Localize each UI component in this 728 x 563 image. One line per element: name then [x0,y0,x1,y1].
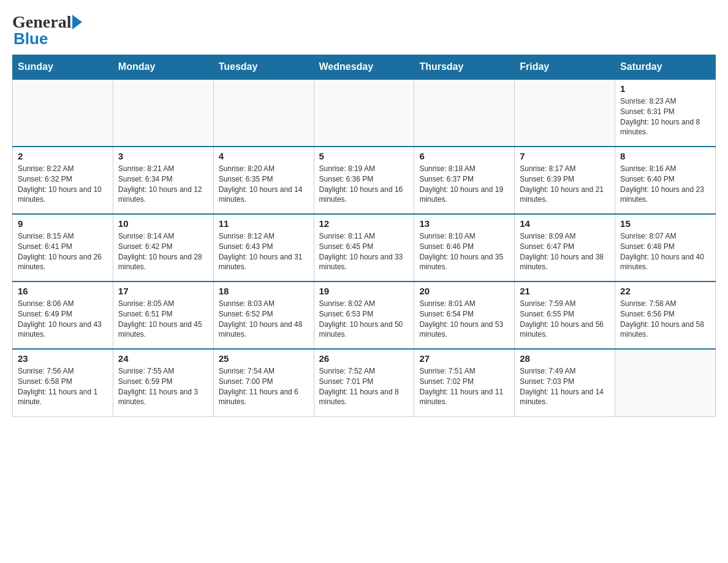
calendar-table: SundayMondayTuesdayWednesdayThursdayFrid… [12,55,716,417]
calendar-cell: 13Sunrise: 8:10 AM Sunset: 6:46 PM Dayli… [414,214,515,282]
day-header-tuesday: Tuesday [213,55,314,80]
day-number: 10 [118,218,208,229]
day-number: 14 [520,218,610,229]
day-header-wednesday: Wednesday [314,55,414,80]
day-info: Sunrise: 7:59 AM Sunset: 6:55 PM Dayligh… [520,299,610,340]
day-number: 26 [319,353,409,364]
logo: General Blue [12,12,83,48]
day-number: 13 [419,218,509,229]
calendar-cell: 8Sunrise: 8:16 AM Sunset: 6:40 PM Daylig… [615,147,716,214]
calendar-cell: 17Sunrise: 8:05 AM Sunset: 6:51 PM Dayli… [113,282,213,349]
day-number: 17 [118,286,208,296]
day-number: 9 [18,218,108,229]
calendar-cell: 7Sunrise: 8:17 AM Sunset: 6:39 PM Daylig… [515,147,615,214]
day-info: Sunrise: 8:06 AM Sunset: 6:49 PM Dayligh… [18,299,108,340]
day-number: 19 [319,286,409,296]
calendar-cell: 6Sunrise: 8:18 AM Sunset: 6:37 PM Daylig… [414,147,515,214]
calendar-cell: 27Sunrise: 7:51 AM Sunset: 7:02 PM Dayli… [414,349,515,416]
day-info: Sunrise: 8:14 AM Sunset: 6:42 PM Dayligh… [118,231,208,272]
day-number: 20 [419,286,509,296]
calendar-cell: 25Sunrise: 7:54 AM Sunset: 7:00 PM Dayli… [213,349,314,416]
day-number: 24 [118,353,208,364]
day-info: Sunrise: 7:55 AM Sunset: 6:59 PM Dayligh… [118,366,208,407]
day-header-friday: Friday [515,55,615,80]
day-number: 25 [219,353,309,364]
day-number: 1 [620,83,710,94]
day-number: 28 [520,353,610,364]
day-number: 27 [419,353,509,364]
calendar-cell: 5Sunrise: 8:19 AM Sunset: 6:36 PM Daylig… [314,147,414,214]
calendar-cell: 16Sunrise: 8:06 AM Sunset: 6:49 PM Dayli… [13,282,113,349]
day-info: Sunrise: 8:02 AM Sunset: 6:53 PM Dayligh… [319,299,409,340]
calendar-cell [314,79,414,147]
day-header-thursday: Thursday [414,55,515,80]
calendar-week-1: 1Sunrise: 8:23 AM Sunset: 6:31 PM Daylig… [13,79,716,147]
day-info: Sunrise: 8:18 AM Sunset: 6:37 PM Dayligh… [419,164,509,205]
day-info: Sunrise: 8:01 AM Sunset: 6:54 PM Dayligh… [419,299,509,340]
day-number: 22 [620,286,710,296]
calendar-header-row: SundayMondayTuesdayWednesdayThursdayFrid… [13,55,716,80]
calendar-cell: 28Sunrise: 7:49 AM Sunset: 7:03 PM Dayli… [515,349,615,416]
day-header-sunday: Sunday [13,55,113,80]
day-number: 23 [18,353,108,364]
day-number: 4 [219,151,309,161]
calendar-cell: 22Sunrise: 7:58 AM Sunset: 6:56 PM Dayli… [615,282,716,349]
day-number: 11 [219,218,309,229]
calendar-cell: 9Sunrise: 8:15 AM Sunset: 6:41 PM Daylig… [13,214,113,282]
day-info: Sunrise: 8:15 AM Sunset: 6:41 PM Dayligh… [18,231,108,272]
calendar-cell: 24Sunrise: 7:55 AM Sunset: 6:59 PM Dayli… [113,349,213,416]
day-info: Sunrise: 7:49 AM Sunset: 7:03 PM Dayligh… [520,366,610,407]
calendar-cell [615,349,716,416]
calendar-cell: 23Sunrise: 7:56 AM Sunset: 6:58 PM Dayli… [13,349,113,416]
day-info: Sunrise: 8:10 AM Sunset: 6:46 PM Dayligh… [419,231,509,272]
day-info: Sunrise: 7:51 AM Sunset: 7:02 PM Dayligh… [419,366,509,407]
calendar-week-2: 2Sunrise: 8:22 AM Sunset: 6:32 PM Daylig… [13,147,716,214]
day-info: Sunrise: 7:52 AM Sunset: 7:01 PM Dayligh… [319,366,409,407]
day-number: 15 [620,218,710,229]
day-info: Sunrise: 8:21 AM Sunset: 6:34 PM Dayligh… [118,164,208,205]
calendar-cell: 20Sunrise: 8:01 AM Sunset: 6:54 PM Dayli… [414,282,515,349]
day-info: Sunrise: 8:17 AM Sunset: 6:39 PM Dayligh… [520,164,610,205]
calendar-cell: 15Sunrise: 8:07 AM Sunset: 6:48 PM Dayli… [615,214,716,282]
day-number: 6 [419,151,509,161]
day-number: 5 [319,151,409,161]
day-info: Sunrise: 7:56 AM Sunset: 6:58 PM Dayligh… [18,366,108,407]
calendar-cell: 10Sunrise: 8:14 AM Sunset: 6:42 PM Dayli… [113,214,213,282]
calendar-cell [213,79,314,147]
calendar-cell: 26Sunrise: 7:52 AM Sunset: 7:01 PM Dayli… [314,349,414,416]
calendar-cell [515,79,615,147]
day-number: 8 [620,151,710,161]
calendar-week-5: 23Sunrise: 7:56 AM Sunset: 6:58 PM Dayli… [13,349,716,416]
day-info: Sunrise: 8:16 AM Sunset: 6:40 PM Dayligh… [620,164,710,205]
day-info: Sunrise: 8:09 AM Sunset: 6:47 PM Dayligh… [520,231,610,272]
day-info: Sunrise: 7:58 AM Sunset: 6:56 PM Dayligh… [620,299,710,340]
day-info: Sunrise: 8:20 AM Sunset: 6:35 PM Dayligh… [219,164,309,205]
day-header-monday: Monday [113,55,213,80]
logo-triangle-icon [72,15,82,29]
day-info: Sunrise: 8:11 AM Sunset: 6:45 PM Dayligh… [319,231,409,272]
calendar-week-3: 9Sunrise: 8:15 AM Sunset: 6:41 PM Daylig… [13,214,716,282]
day-info: Sunrise: 8:19 AM Sunset: 6:36 PM Dayligh… [319,164,409,205]
calendar-cell: 12Sunrise: 8:11 AM Sunset: 6:45 PM Dayli… [314,214,414,282]
day-info: Sunrise: 8:05 AM Sunset: 6:51 PM Dayligh… [118,299,208,340]
page-header: General Blue [12,12,716,48]
calendar-cell: 3Sunrise: 8:21 AM Sunset: 6:34 PM Daylig… [113,147,213,214]
calendar-cell: 21Sunrise: 7:59 AM Sunset: 6:55 PM Dayli… [515,282,615,349]
logo-blue-text: Blue [13,29,48,48]
day-number: 12 [319,218,409,229]
calendar-cell: 18Sunrise: 8:03 AM Sunset: 6:52 PM Dayli… [213,282,314,349]
calendar-cell: 1Sunrise: 8:23 AM Sunset: 6:31 PM Daylig… [615,79,716,147]
day-number: 18 [219,286,309,296]
calendar-cell: 14Sunrise: 8:09 AM Sunset: 6:47 PM Dayli… [515,214,615,282]
calendar-cell [13,79,113,147]
day-header-saturday: Saturday [615,55,716,80]
day-number: 3 [118,151,208,161]
calendar-cell: 2Sunrise: 8:22 AM Sunset: 6:32 PM Daylig… [13,147,113,214]
day-info: Sunrise: 8:22 AM Sunset: 6:32 PM Dayligh… [18,164,108,205]
calendar-week-4: 16Sunrise: 8:06 AM Sunset: 6:49 PM Dayli… [13,282,716,349]
calendar-cell [113,79,213,147]
day-number: 21 [520,286,610,296]
day-number: 2 [18,151,108,161]
calendar-cell [414,79,515,147]
day-info: Sunrise: 8:12 AM Sunset: 6:43 PM Dayligh… [219,231,309,272]
